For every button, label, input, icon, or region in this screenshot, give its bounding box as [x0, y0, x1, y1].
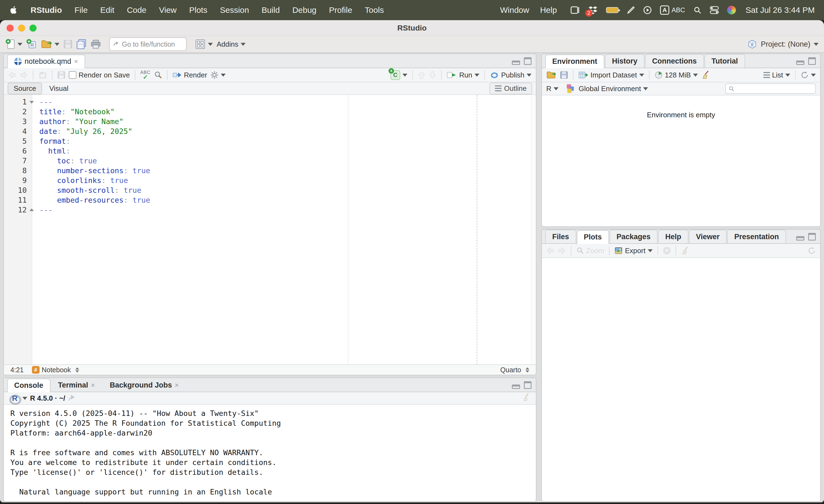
- tab-plots-viewer[interactable]: Viewer: [689, 230, 727, 243]
- run-button[interactable]: Run: [447, 71, 480, 79]
- close-tab-icon[interactable]: ×: [175, 382, 179, 389]
- maximize-pane-icon[interactable]: [808, 233, 816, 241]
- new-project-button[interactable]: R: [26, 39, 37, 50]
- maximize-pane-icon[interactable]: [524, 57, 531, 65]
- refresh-environment-button[interactable]: [801, 71, 816, 79]
- remove-plot-button[interactable]: ✕: [663, 247, 671, 254]
- load-workspace-button[interactable]: [546, 71, 556, 79]
- pane-layout-button[interactable]: [195, 39, 213, 50]
- save-button[interactable]: [63, 39, 73, 49]
- fold-up-icon[interactable]: [27, 205, 36, 215]
- refresh-plots-button[interactable]: [808, 247, 816, 255]
- menu-session[interactable]: Session: [220, 5, 249, 15]
- tab-env-environment[interactable]: Environment: [545, 54, 604, 68]
- fold-down-icon[interactable]: [27, 97, 36, 107]
- menu-plots[interactable]: Plots: [189, 5, 207, 15]
- close-tab-icon[interactable]: ×: [91, 382, 95, 389]
- tab-plots-packages[interactable]: Packages: [610, 230, 658, 243]
- tab-console-console[interactable]: Console: [7, 379, 50, 392]
- minimize-pane-icon[interactable]: [512, 60, 520, 65]
- clear-environment-button[interactable]: [701, 71, 711, 80]
- close-tab-icon[interactable]: ×: [74, 58, 78, 65]
- clear-all-plots-button[interactable]: [681, 246, 690, 255]
- maximize-pane-icon[interactable]: [524, 381, 531, 389]
- tab-console-terminal[interactable]: Terminal×: [51, 378, 102, 392]
- print-button[interactable]: [91, 39, 101, 49]
- tab-plots-presentation[interactable]: Presentation: [727, 230, 786, 243]
- export-plot-button[interactable]: Export: [614, 247, 652, 255]
- close-window-button[interactable]: [7, 24, 14, 32]
- maximize-pane-icon[interactable]: [808, 57, 816, 65]
- save-workspace-button[interactable]: [560, 71, 568, 79]
- siri-icon[interactable]: [727, 6, 736, 14]
- tab-plots-files[interactable]: Files: [545, 230, 576, 243]
- import-dataset-button[interactable]: Import Dataset: [579, 71, 644, 79]
- tab-env-tutorial[interactable]: Tutorial: [705, 54, 745, 68]
- menu-debug[interactable]: Debug: [292, 5, 316, 15]
- menu-app-name[interactable]: RStudio: [30, 5, 62, 15]
- minimize-pane-icon[interactable]: [796, 236, 804, 241]
- next-plot-button[interactable]: [558, 247, 566, 254]
- render-button[interactable]: Render: [173, 71, 207, 79]
- menu-profile[interactable]: Profile: [329, 5, 352, 15]
- menu-tools[interactable]: Tools: [365, 5, 384, 15]
- document-outline-selector[interactable]: # Notebook: [32, 366, 79, 374]
- play-circle-icon[interactable]: [643, 6, 652, 14]
- global-environment-selector[interactable]: Global Environment: [565, 84, 648, 94]
- console-popout-icon[interactable]: [68, 395, 76, 402]
- minimize-window-button[interactable]: [18, 24, 25, 32]
- new-file-button[interactable]: [5, 39, 22, 50]
- menu-code[interactable]: Code: [127, 5, 146, 15]
- minimize-pane-icon[interactable]: [796, 60, 804, 65]
- tab-env-connections[interactable]: Connections: [645, 54, 704, 68]
- open-file-button[interactable]: [41, 39, 60, 49]
- memory-usage-button[interactable]: 128 MiB: [654, 71, 698, 79]
- code-editor-surface[interactable]: 1---2title: "Notebook"3author: "Your Nam…: [4, 95, 536, 364]
- tab-console-background-jobs[interactable]: Background Jobs×: [103, 378, 186, 392]
- battery-icon[interactable]: [606, 7, 619, 13]
- menu-build[interactable]: Build: [262, 5, 280, 15]
- menu-edit[interactable]: Edit: [100, 5, 114, 15]
- control-center-icon[interactable]: [710, 6, 719, 14]
- render-on-save-option[interactable]: Render on Save: [69, 71, 130, 79]
- apple-menu-icon[interactable]: [9, 6, 18, 14]
- menu-window[interactable]: Window: [500, 5, 529, 15]
- addins-button[interactable]: Addins: [217, 40, 245, 48]
- menubar-clock[interactable]: Sat Jul 26 3:44 PM: [746, 5, 815, 15]
- visual-mode-button[interactable]: Visual: [44, 83, 73, 94]
- tab-plots-plots[interactable]: Plots: [577, 230, 609, 244]
- save-doc-button[interactable]: [57, 71, 66, 79]
- publish-button[interactable]: Publish: [490, 71, 531, 79]
- zoom-plot-button[interactable]: Zoom: [576, 247, 604, 255]
- spotlight-icon[interactable]: [693, 6, 702, 14]
- input-source-icon[interactable]: A ABC: [660, 5, 685, 15]
- env-view-button[interactable]: List: [763, 71, 790, 79]
- minimize-pane-icon[interactable]: [512, 385, 520, 389]
- popout-window-button[interactable]: [38, 71, 47, 79]
- tab-env-history[interactable]: History: [605, 54, 644, 68]
- tab-notebook-qmd[interactable]: notebook.qmd ×: [7, 54, 85, 68]
- menu-help[interactable]: Help: [540, 5, 557, 15]
- render-on-save-checkbox[interactable]: [69, 71, 76, 79]
- env-language-selector[interactable]: R: [546, 85, 558, 93]
- pencil-icon[interactable]: [627, 6, 635, 14]
- zoom-window-button[interactable]: [29, 24, 36, 32]
- source-mode-button[interactable]: Source: [8, 83, 42, 94]
- tab-plots-help[interactable]: Help: [658, 230, 689, 243]
- environment-search-input[interactable]: [737, 85, 813, 93]
- clear-console-button[interactable]: [522, 393, 531, 402]
- back-button[interactable]: [8, 71, 16, 79]
- goto-file-input[interactable]: [122, 40, 183, 48]
- find-replace-button[interactable]: [154, 71, 162, 79]
- spellcheck-button[interactable]: ABC✓: [140, 70, 150, 80]
- dropbox-icon[interactable]: 2: [588, 6, 598, 14]
- save-all-button[interactable]: [76, 39, 87, 49]
- project-menu-button[interactable]: R Project: (None): [747, 39, 819, 49]
- menu-view[interactable]: View: [159, 5, 177, 15]
- menu-file[interactable]: File: [75, 5, 88, 15]
- render-settings-button[interactable]: [210, 71, 226, 79]
- file-type-selector[interactable]: Quarto: [500, 366, 529, 374]
- display-icon[interactable]: [571, 6, 580, 14]
- r-version-caret[interactable]: [22, 397, 27, 400]
- previous-plot-button[interactable]: [546, 247, 554, 254]
